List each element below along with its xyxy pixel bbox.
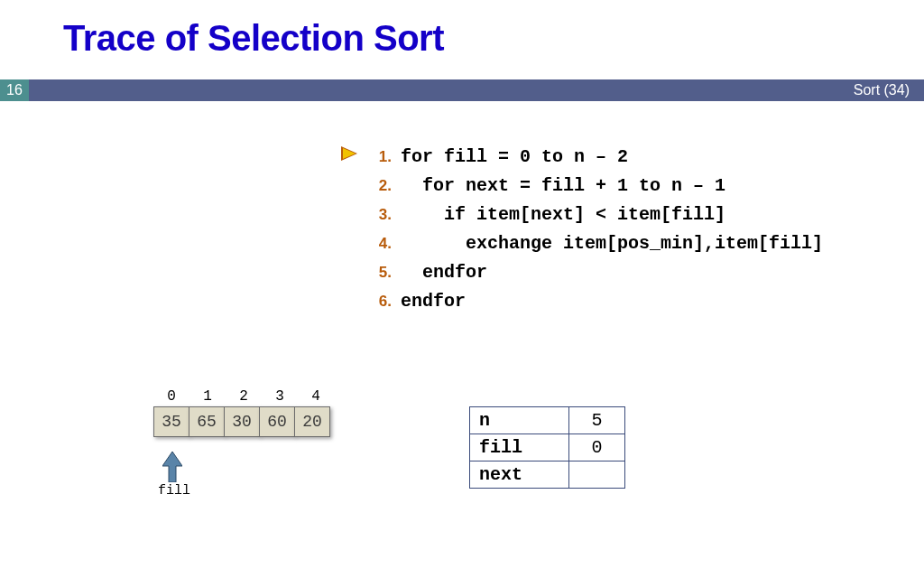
array-cell: 20 — [294, 406, 330, 437]
cell-row: 35 65 30 60 20 — [153, 406, 334, 437]
array-cell: 65 — [189, 406, 225, 437]
var-value: 5 — [569, 407, 625, 434]
var-value: 0 — [569, 434, 625, 461]
fill-pointer-arrow-icon — [162, 452, 182, 482]
index-row: 0 1 2 3 4 — [153, 388, 334, 405]
code-line: 4. exchange item[pos_min],item[fill] — [361, 229, 823, 258]
code-line: 6. endfor — [361, 287, 823, 316]
var-value — [569, 461, 625, 489]
array-index: 1 — [189, 388, 226, 405]
slide-title: Trace of Selection Sort — [63, 18, 444, 59]
header-right-label: Sort (34) — [854, 82, 910, 98]
array-cell: 30 — [224, 406, 260, 437]
header-bar: 16 Sort (34) — [0, 79, 924, 101]
array-cell: 35 — [153, 406, 189, 437]
var-name: fill — [470, 434, 569, 461]
line-number: 3. — [361, 200, 401, 229]
line-number: 2. — [361, 172, 401, 200]
array-index: 0 — [153, 388, 189, 405]
pseudocode-block: 1. for fill = 0 to n – 2 2. for next = f… — [361, 143, 823, 316]
code-text: for fill = 0 to n – 2 — [401, 143, 628, 172]
line-number: 4. — [361, 229, 401, 258]
array-index: 3 — [262, 388, 298, 405]
code-line: 1. for fill = 0 to n – 2 — [361, 143, 823, 172]
code-text: exchange item[pos_min],item[fill] — [401, 229, 823, 258]
current-line-marker-icon — [343, 148, 356, 159]
table-row: n 5 — [470, 407, 625, 434]
fill-pointer-label: fill — [153, 483, 195, 499]
code-text: endfor — [401, 287, 466, 316]
array-index: 4 — [298, 388, 334, 405]
line-number: 6. — [361, 287, 401, 316]
variables-table: n 5 fill 0 next — [469, 406, 625, 489]
table-row: next — [470, 461, 625, 489]
line-number: 1. — [361, 143, 401, 172]
code-line: 3. if item[next] < item[fill] — [361, 200, 823, 229]
var-name: n — [470, 407, 569, 434]
code-text: for next = fill + 1 to n – 1 — [401, 172, 725, 200]
code-text: endfor — [401, 258, 487, 287]
svg-marker-0 — [162, 452, 182, 482]
array-index: 2 — [226, 388, 262, 405]
table-row: fill 0 — [470, 434, 625, 461]
array-visual: 0 1 2 3 4 35 65 30 60 20 — [153, 388, 334, 437]
line-number: 5. — [361, 258, 401, 287]
code-line: 2. for next = fill + 1 to n – 1 — [361, 172, 823, 200]
var-name: next — [470, 461, 569, 489]
code-text: if item[next] < item[fill] — [401, 200, 725, 229]
array-cell: 60 — [259, 406, 295, 437]
code-line: 5. endfor — [361, 258, 823, 287]
slide-number: 16 — [0, 79, 29, 101]
